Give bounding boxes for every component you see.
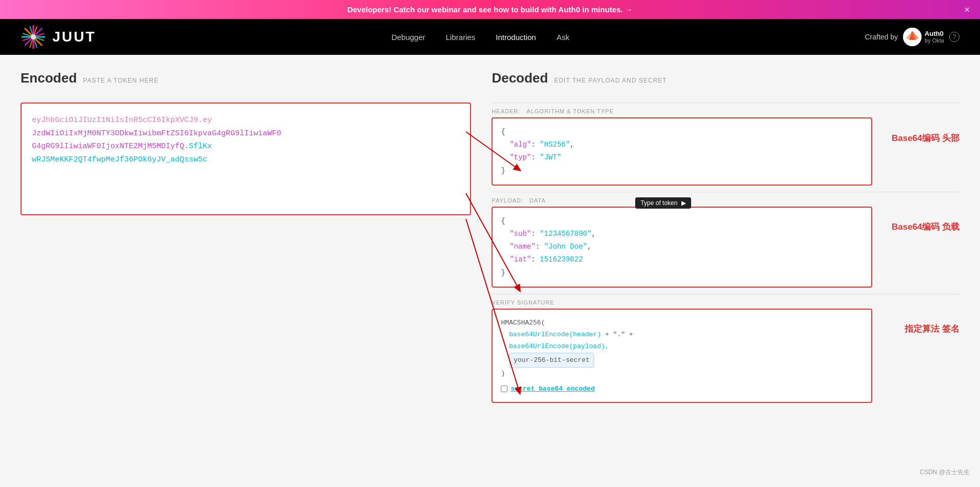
payload-annotation: Base64编码 负载 [877,207,959,248]
verify-func: HMACSHA256( [501,319,545,327]
payload-decoded-box[interactable]: { "sub": "1234567890", "name": "John Doe… [492,207,872,288]
token-payload-part: JzdWIiOiIxMjM0NTY3ODkwIiwibmFtZSI6IkpvaG… [32,129,267,138]
verify-section-content: HMACSHA256( base64UrlEncode(header) + ".… [492,309,872,403]
verify-close: ) [501,370,505,377]
auth0-text: Auth0 by Okta [925,30,944,45]
encoded-subtitle: PASTE A TOKEN HERE [83,77,159,84]
auth0-badge: Auth0 by Okta [903,28,944,46]
decoded-title: Decoded [492,70,548,86]
payload-section-label: PAYLOAD: DATA [492,192,959,207]
crafted-area: Crafted by Auth0 by Okta ? [865,28,959,46]
crafted-by-label: Crafted by [865,33,898,41]
jwt-logo-icon [21,24,46,50]
banner-text: Developers! Catch our webinar and see ho… [347,5,623,14]
announcement-banner: Developers! Catch our webinar and see ho… [0,0,980,19]
verify-arg1: base64UrlEncode(header) [509,331,601,338]
type-of-token-tooltip: Type of token ▶ [635,197,691,209]
token-signature-part: wRJSMeKKF2QT4fwpMeJf36POk6yJV_adQssw5c [32,155,207,164]
payload-section-label-row: PAYLOAD: DATA [492,192,959,207]
decoded-panel: Decoded EDIT THE PAYLOAD AND SECRET HEAD… [492,70,959,470]
main-content: Encoded PASTE A TOKEN HERE eyJhbGciOiJIU… [0,55,980,485]
auth0-name: Auth0 [925,30,944,38]
auth0-logo-icon [903,28,922,46]
svg-point-9 [31,34,36,39]
decoded-sections: HEADER: ALGORITHM & TOKEN TYPE { "alg": … [492,103,959,403]
verify-section-row: HMACSHA256( base64UrlEncode(header) + ".… [492,309,959,403]
verify-decoded-box[interactable]: HMACSHA256( base64UrlEncode(header) + ".… [492,309,872,403]
banner-close-button[interactable]: × [964,4,970,15]
encoded-token-box[interactable]: eyJhbGciOiJIUzI1NiIsInR5cCI6IkpXVCJ9.ey … [21,103,471,215]
encoded-title: Encoded [21,70,77,86]
nav-ask[interactable]: Ask [557,33,570,42]
header-section-content: { "alg": "HS256", "typ": "JWT" } [492,117,872,188]
decoded-subtitle: EDIT THE PAYLOAD AND SECRET [554,77,667,84]
logo-area: JUUT [21,24,96,50]
help-icon[interactable]: ? [949,32,959,42]
header-decoded-box[interactable]: { "alg": "HS256", "typ": "JWT" } [492,117,872,186]
token-sig-start: SflKx [189,142,212,151]
header-section-row: { "alg": "HS256", "typ": "JWT" } Base64编… [492,117,959,188]
header: JUUT Debugger Libraries Introduction Ask… [0,19,980,55]
nav-introduction[interactable]: Introduction [496,33,536,42]
verify-arg2: base64UrlEncode(payload), [509,342,609,350]
banner-arrow: → [625,5,633,14]
header-section-label: HEADER: ALGORITHM & TOKEN TYPE [492,103,959,117]
verify-checkbox-label: secret base64 encoded [511,383,595,395]
auth0-sub: by Okta [925,37,944,44]
verify-section-label: VERIFY SIGNATURE [492,294,959,309]
token-header-part: eyJhbGciOiJIUzI1NiIsInR5cCI6IkpXVCJ9. [32,116,203,125]
nav-libraries[interactable]: Libraries [446,33,476,42]
encoded-panel: Encoded PASTE A TOKEN HERE eyJhbGciOiJIU… [21,70,471,470]
payload-section-row: { "sub": "1234567890", "name": "John Doe… [492,207,959,290]
token-payload-part2: G4gRG9lIiwiaWF0IjoxNTE2MjM [32,142,152,151]
token-header-overflow: ey [203,116,212,125]
header-section-label-row: HEADER: ALGORITHM & TOKEN TYPE [492,103,959,117]
verify-check-row: secret base64 encoded [501,383,863,395]
nav-debugger[interactable]: Debugger [391,33,425,42]
verify-secret-box[interactable]: your-256-bit-secret [509,353,594,368]
payload-section-content: { "sub": "1234567890", "name": "John Doe… [492,207,872,290]
main-nav: Debugger Libraries Introduction Ask [391,33,570,42]
verify-checkbox[interactable] [501,385,507,392]
verify-annotation: 指定算法 签名 [877,309,959,350]
csdn-watermark: CSDN @古士先生 [919,468,970,477]
header-annotation: Base64编码 头部 [877,117,959,158]
verify-section-label-row: VERIFY SIGNATURE [492,294,959,309]
logo-text: JUUT [52,29,96,45]
